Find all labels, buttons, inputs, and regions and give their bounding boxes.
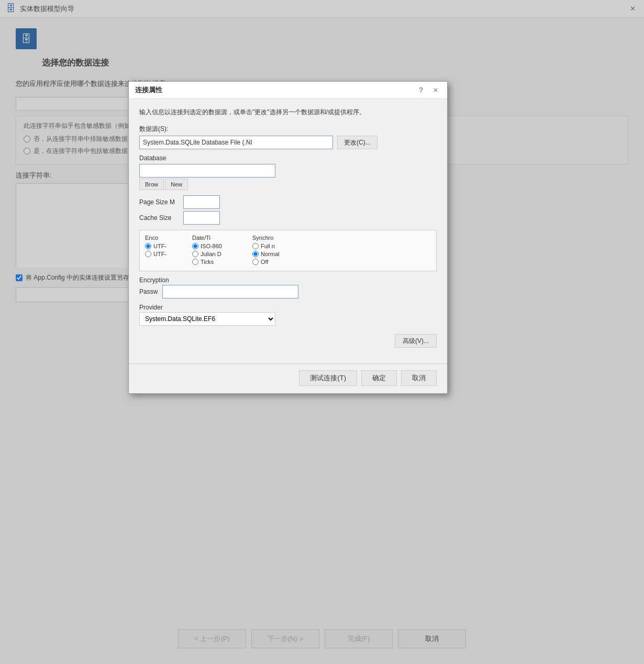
- enc-utf16-radio[interactable]: [145, 251, 151, 257]
- connection-properties-dialog: 连接属性 ? × 输入信息以连接到选定的数据源，或单击"更改"选择另一个数据源和…: [128, 81, 448, 394]
- advanced-button[interactable]: 高级(V)...: [395, 334, 437, 348]
- sync-normal-label: Normal: [261, 251, 279, 257]
- datetime-iso-label: ISO-860: [201, 243, 222, 249]
- provider-select[interactable]: System.Data.SQLite.EF6: [139, 312, 275, 326]
- sync-header: Synchro: [252, 235, 326, 241]
- datasource-label: 数据源(S):: [139, 125, 437, 134]
- sync-off-option: Off: [252, 259, 326, 265]
- enc-utf16-option: UTF-: [145, 251, 192, 257]
- provider-section: Provider System.Data.SQLite.EF6: [139, 304, 437, 326]
- modal-help-button[interactable]: ?: [416, 85, 426, 95]
- encoding-header: Enco: [145, 235, 192, 241]
- cache-size-input[interactable]: [183, 211, 220, 225]
- datasource-input[interactable]: [139, 136, 333, 149]
- modal-close-button[interactable]: ×: [430, 85, 441, 95]
- encryption-section: Encryption Passw: [139, 276, 437, 298]
- password-row: Passw: [139, 285, 437, 298]
- titlebar-buttons: ? ×: [416, 85, 441, 95]
- modal-titlebar: 连接属性 ? ×: [129, 82, 447, 99]
- cache-size-label: Cache Size: [139, 214, 181, 222]
- datetime-julian-radio[interactable]: [192, 251, 198, 257]
- datetime-ticks-label: Ticks: [201, 259, 214, 265]
- modal-footer: 测试连接(T) 确定 取消: [129, 370, 447, 393]
- enc-utf8-option: UTF-: [145, 243, 192, 249]
- password-label: Passw: [139, 288, 160, 295]
- ok-button[interactable]: 确定: [361, 370, 397, 386]
- modal-cancel-button[interactable]: 取消: [401, 370, 437, 386]
- sync-full-label: Full n: [261, 243, 275, 249]
- sync-full-option: Full n: [252, 243, 326, 249]
- datetime-julian-label: Julian D: [201, 251, 221, 257]
- modal-title: 连接属性: [135, 85, 162, 95]
- options-section: Enco Date/Ti Synchro UTF- ISO-860 Full n: [139, 230, 437, 271]
- datetime-ticks-option: Ticks: [192, 259, 252, 265]
- datetime-iso-option: ISO-860: [192, 243, 252, 249]
- sync-normal-radio[interactable]: [252, 251, 259, 257]
- datetime-julian-option: Julian D: [192, 251, 252, 257]
- modal-separator: [129, 363, 447, 364]
- password-input[interactable]: [162, 285, 298, 298]
- encryption-label: Encryption: [139, 276, 437, 284]
- browse-button[interactable]: Brow: [139, 179, 164, 190]
- page-size-input[interactable]: [183, 195, 220, 209]
- new-db-button[interactable]: New: [165, 179, 188, 190]
- modal-description: 输入信息以连接到选定的数据源，或单击"更改"选择另一个数据源和/或提供程序。: [139, 107, 437, 117]
- database-label: Database: [139, 154, 437, 162]
- sync-normal-option: Normal: [252, 251, 326, 257]
- page-size-label: Page Size M: [139, 198, 181, 206]
- test-connection-button[interactable]: 测试连接(T): [299, 370, 357, 386]
- enc-utf8-radio[interactable]: [145, 243, 151, 249]
- enc-utf16-label: UTF-: [153, 251, 166, 257]
- database-input[interactable]: [139, 164, 275, 178]
- database-section: Database Brow New: [139, 154, 437, 190]
- advanced-button-row: 高级(V)...: [139, 334, 437, 348]
- datetime-ticks-radio[interactable]: [192, 259, 198, 265]
- datasource-row: 更改(C)...: [139, 136, 437, 149]
- enc-utf8-label: UTF-: [153, 243, 166, 249]
- size-section: Page Size M Cache Size: [139, 195, 437, 225]
- sync-off-label: Off: [261, 259, 268, 265]
- change-button[interactable]: 更改(C)...: [337, 136, 377, 149]
- sync-full-radio[interactable]: [252, 243, 259, 249]
- sync-off-radio[interactable]: [252, 259, 259, 265]
- datetime-header: Date/Ti: [192, 235, 252, 241]
- datetime-iso-radio[interactable]: [192, 243, 198, 249]
- provider-label: Provider: [139, 304, 437, 311]
- modal-body: 输入信息以连接到选定的数据源，或单击"更改"选择另一个数据源和/或提供程序。 数…: [129, 99, 447, 363]
- database-buttons: Brow New: [139, 179, 437, 190]
